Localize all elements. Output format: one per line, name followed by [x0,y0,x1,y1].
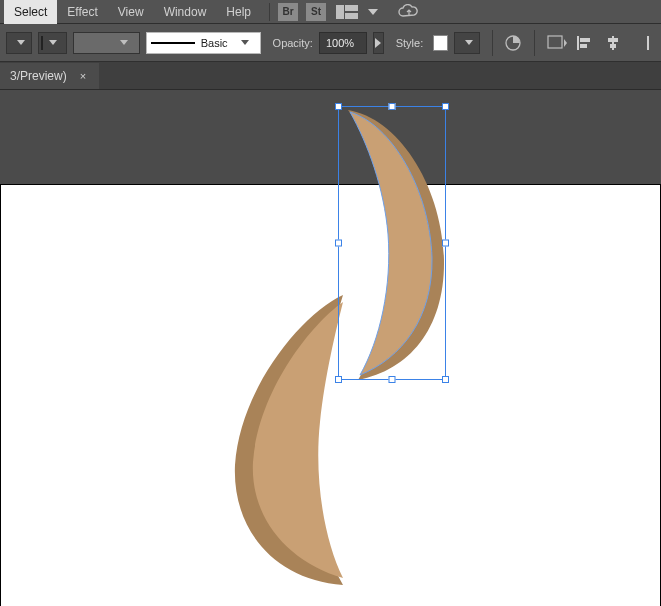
artboard [0,184,661,606]
resize-handle-tr[interactable] [442,103,449,110]
menu-window[interactable]: Window [154,0,217,24]
menu-effect[interactable]: Effect [57,0,107,24]
menu-view[interactable]: View [108,0,154,24]
svg-rect-11 [647,36,649,50]
close-tab-icon[interactable]: × [77,71,89,82]
workspace-switcher-icon[interactable] [334,3,360,21]
resize-handle-tl[interactable] [335,103,342,110]
chevron-down-icon [49,40,57,46]
options-bar: Basic Opacity: 100% Style: [0,24,661,62]
menu-help[interactable]: Help [216,0,261,24]
svg-rect-6 [580,38,590,42]
graphic-style-dropdown[interactable] [454,32,480,54]
variable-width-profile-dropdown[interactable] [73,32,139,54]
style-label: Style: [390,37,424,49]
svg-rect-5 [577,36,579,50]
canvas-area[interactable] [0,90,661,606]
document-tabbar: 3/Preview) × [0,62,661,90]
align-right-icon[interactable] [629,32,653,54]
options-separator [492,30,493,56]
sync-settings-icon[interactable] [396,3,420,21]
document-tab-title: 3/Preview) [10,69,67,83]
menubar-separator [269,3,270,21]
bridge-icon[interactable]: Br [278,3,298,21]
align-buttons-group [573,32,655,54]
options-separator [534,30,535,56]
stock-icon[interactable]: St [306,3,326,21]
align-left-icon[interactable] [573,32,597,54]
opacity-flyout-button[interactable] [373,32,384,54]
document-tab[interactable]: 3/Preview) × [0,63,99,89]
chevron-down-icon [17,40,25,46]
svg-rect-4 [548,36,562,48]
opacity-value-input[interactable]: 100% [319,32,367,54]
menubar: Select Effect View Window Help Br St [0,0,661,24]
stroke-weight-dropdown[interactable] [6,32,32,54]
artboard-edge [0,184,661,185]
stroke-profile-label: Basic [201,37,228,49]
resize-handle-tm[interactable] [389,103,396,110]
svg-rect-10 [610,44,616,48]
recolor-artwork-icon[interactable] [504,32,522,54]
svg-rect-9 [608,38,618,42]
chevron-down-icon[interactable] [368,9,378,15]
brush-definition-dropdown[interactable]: Basic [146,32,261,54]
align-center-icon[interactable] [601,32,625,54]
menu-select[interactable]: Select [4,0,57,24]
chevron-down-icon [240,40,250,46]
stroke-preview-icon [151,42,195,44]
stroke-color-dropdown[interactable] [38,32,67,54]
align-to-dropdown-icon[interactable] [547,32,567,54]
opacity-label: Opacity: [267,37,313,49]
svg-rect-1 [345,5,358,11]
svg-rect-0 [336,5,344,19]
chevron-down-icon [119,40,129,46]
chevron-down-icon [465,40,473,46]
svg-rect-7 [580,44,587,48]
graphic-style-swatch[interactable] [433,35,448,51]
svg-rect-2 [345,13,358,19]
stroke-color-swatch [41,36,43,50]
